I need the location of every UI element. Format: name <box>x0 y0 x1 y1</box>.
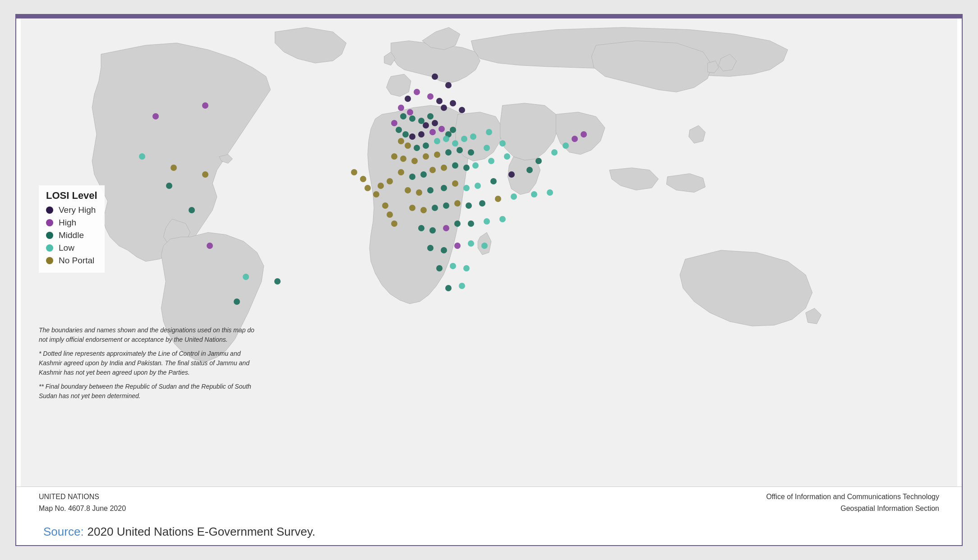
map-dot <box>382 202 388 209</box>
map-dot <box>420 207 427 213</box>
map-dot <box>400 156 406 162</box>
map-dot <box>405 142 411 149</box>
map-dot <box>423 142 429 149</box>
map-dot <box>434 151 440 158</box>
map-dot <box>234 298 240 305</box>
legend-items: Very HighHighMiddleLowNo Portal <box>46 205 97 266</box>
map-dot <box>398 138 404 144</box>
footer-left-line2: Map No. 4607.8 June 2020 <box>39 503 126 514</box>
legend-dot-no-portal <box>46 257 53 264</box>
map-dot <box>409 205 415 211</box>
legend-item-middle: Middle <box>46 230 97 240</box>
footer-right: Office of Information and Communications… <box>766 491 939 514</box>
map-dot <box>443 225 449 231</box>
map-dot <box>427 113 434 119</box>
map-dot <box>360 176 366 182</box>
map-dot <box>407 109 413 115</box>
map-dot <box>207 243 213 249</box>
top-bar <box>16 15 962 18</box>
map-dot <box>418 225 424 231</box>
map-dot <box>427 245 434 251</box>
map-dot <box>472 162 479 169</box>
map-dot <box>445 285 452 291</box>
footer-right-line1: Office of Information and Communications… <box>766 491 939 503</box>
footnote-2: * Dotted line represents approximately t… <box>39 349 255 377</box>
map-dot <box>547 189 553 196</box>
map-dot <box>457 147 463 153</box>
source-label: Source: <box>43 525 84 539</box>
map-dot <box>373 191 379 197</box>
map-dot <box>432 205 438 211</box>
legend-item-very-high: Very High <box>46 205 97 215</box>
map-dot <box>414 145 420 151</box>
map-dot <box>445 82 452 88</box>
legend-dot-very-high <box>46 207 53 214</box>
legend-dot-high <box>46 219 53 226</box>
map-dot <box>495 196 501 202</box>
map-dot <box>387 211 393 218</box>
map-dot <box>432 73 438 80</box>
map-dot <box>452 180 458 187</box>
map-dot <box>171 165 177 171</box>
map-dot <box>535 158 542 164</box>
map-dot <box>436 265 443 271</box>
map-dot <box>484 145 490 151</box>
map-dot <box>531 191 537 197</box>
map-dot <box>202 102 208 109</box>
map-dot <box>490 178 497 184</box>
map-dot <box>405 96 411 102</box>
map-dot <box>432 120 438 126</box>
map-dot <box>441 165 447 171</box>
footer-right-line2: Geospatial Information Section <box>766 503 939 514</box>
map-dot <box>427 93 434 100</box>
map-dot <box>551 149 558 156</box>
map-dot <box>351 169 357 175</box>
map-dot <box>443 136 449 142</box>
map-dot <box>420 171 427 178</box>
dots-container <box>16 18 962 487</box>
map-dot <box>409 174 415 180</box>
map-dot <box>411 158 418 164</box>
map-dot <box>166 183 172 189</box>
map-dot <box>378 183 384 189</box>
map-dot <box>429 167 436 173</box>
map-dot <box>418 131 424 138</box>
map-dot <box>452 140 458 147</box>
map-dot <box>463 165 470 171</box>
map-dot <box>563 142 569 149</box>
map-dot <box>436 98 443 104</box>
source-line: Source: 2020 United Nations E-Government… <box>16 518 962 545</box>
footnotes: The boundaries and names shown and the d… <box>39 326 255 405</box>
footer-left-line1: UNITED NATIONS <box>39 491 126 503</box>
map-dot <box>468 240 474 247</box>
map-dot <box>391 220 397 227</box>
map-dot <box>405 187 411 193</box>
map-dot <box>391 120 397 126</box>
footnote-1: The boundaries and names shown and the d… <box>39 326 255 344</box>
map-dot <box>488 158 494 164</box>
map-dot <box>274 278 281 285</box>
legend-dot-low <box>46 244 53 252</box>
map-dot <box>468 220 474 227</box>
map-dot <box>443 202 449 209</box>
map-dot <box>416 189 422 196</box>
map-dot <box>202 171 208 178</box>
map-dot <box>152 113 159 119</box>
source-text: 2020 United Nations E-Government Survey. <box>88 525 315 539</box>
map-dot <box>387 178 393 184</box>
map-dot <box>438 126 445 132</box>
map-dot <box>572 136 578 142</box>
legend-label-middle: Middle <box>59 230 84 240</box>
map-dot <box>499 216 506 222</box>
map-dot <box>463 265 470 271</box>
outer-container: LOSI Level Very HighHighMiddleLowNo Port… <box>0 0 978 560</box>
map-dot <box>504 153 510 160</box>
map-footer: UNITED NATIONS Map No. 4607.8 June 2020 … <box>16 487 962 518</box>
map-dot <box>499 140 506 147</box>
map-dot <box>396 127 402 133</box>
map-dot <box>481 243 488 249</box>
map-dot <box>461 136 467 142</box>
legend-item-low: Low <box>46 243 97 253</box>
map-dot <box>409 133 415 140</box>
map-area: LOSI Level Very HighHighMiddleLowNo Port… <box>16 18 962 487</box>
